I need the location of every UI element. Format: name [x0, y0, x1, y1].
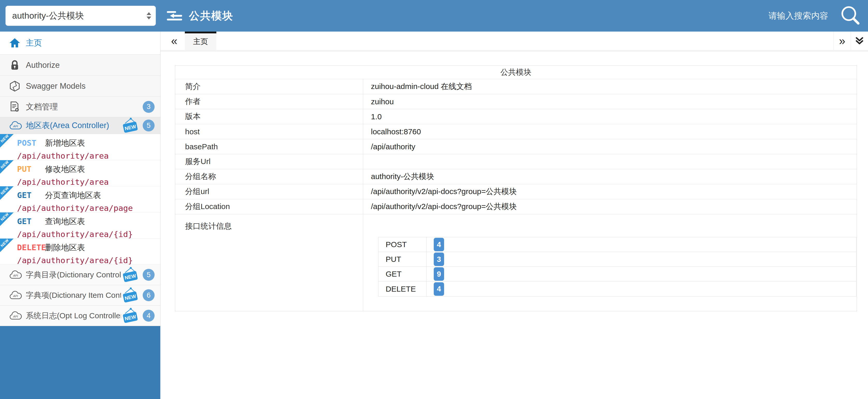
api-path: /api/authority/area [17, 177, 158, 187]
http-method: GET [17, 191, 45, 200]
sidebar-item-label: 主页 [26, 37, 155, 48]
api-name: 分页查询地区表 [45, 190, 101, 201]
stats-method: GET [378, 267, 427, 281]
sidebar-item-dictionary-controller[interactable]: API 字典目录(Dictionary Controller) NEW 5 [0, 265, 160, 285]
api-item[interactable]: NEW GET 分页查询地区表 /api/authority/area/page [0, 186, 160, 212]
sidebar-item-opt-log-controller[interactable]: API 系统日志(Opt Log Controller) NEW 4 [0, 306, 160, 326]
sidebar-item-label: Swagger Models [26, 82, 155, 91]
api-cloud-icon: API [9, 120, 26, 131]
row-label: 简介 [175, 79, 363, 94]
home-icon [9, 37, 26, 49]
row-label: 分组Location [175, 199, 363, 214]
sidebar-item-area-controller[interactable]: API 地区表(Area Controller) NEW 5 [0, 117, 160, 134]
stats-method: POST [378, 237, 427, 252]
row-label: basePath [175, 139, 363, 154]
stats-row: PUT 3 [378, 252, 856, 267]
sidebar-item-label: Authorize [26, 61, 155, 70]
double-chevron-down-icon [855, 36, 864, 46]
api-item[interactable]: NEW DELETE 删除地区表 /api/authority/area/{id… [0, 238, 160, 265]
sidebar-item-label: 地区表(Area Controller) [26, 120, 121, 131]
svg-text:API: API [13, 294, 18, 297]
table-row: 分组url /api/authority/v2/api-docs?group=公… [175, 184, 857, 199]
new-ribbon-icon: NEW [0, 134, 13, 147]
stats-method: PUT [378, 252, 427, 266]
row-value: zuihou-admin-cloud 在线文档 [363, 81, 857, 92]
svg-text:API: API [13, 315, 18, 318]
row-value: /api/authority/v2/api-docs?group=公共模块 [363, 201, 857, 212]
http-method: POST [17, 138, 45, 147]
api-item[interactable]: NEW GET 查询地区表 /api/authority/area/{id} [0, 212, 160, 238]
api-name: 修改地区表 [45, 164, 85, 175]
count-badge: 5 [143, 119, 155, 132]
api-cloud-icon: API [9, 310, 26, 321]
module-info-table: 公共模块 简介 zuihou-admin-cloud 在线文档 作者 zuiho… [175, 65, 857, 311]
tab-bar: « 主页 » [160, 32, 868, 52]
row-label: host [175, 124, 363, 139]
stats-count-badge: 9 [434, 267, 444, 281]
api-item[interactable]: NEW POST 新增地区表 /api/authority/area [0, 134, 160, 160]
sidebar-item-label: 文档管理 [26, 102, 143, 112]
api-name: 删除地区表 [45, 242, 85, 253]
new-sign-icon: NEW [121, 117, 140, 134]
api-path: /api/authority/area/page [17, 203, 158, 213]
doc-settings-icon [9, 101, 26, 113]
tab-scroll-right-button[interactable]: » [833, 32, 851, 50]
http-method: DELETE [17, 243, 45, 252]
group-select[interactable]: authority-公共模块 [5, 6, 156, 26]
api-path: /api/authority/area [17, 151, 158, 161]
page-title: 公共模块 [189, 9, 234, 23]
sidebar-item-label: 字典目录(Dictionary Controller) [26, 269, 121, 280]
api-path: /api/authority/area/{id} [17, 256, 158, 265]
tab-home[interactable]: 主页 [185, 32, 216, 50]
new-ribbon-icon: NEW [0, 212, 13, 226]
sidebar-item-label: 系统日志(Opt Log Controller) [26, 311, 121, 321]
stats-row: DELETE 4 [378, 282, 856, 296]
api-name: 新增地区表 [45, 138, 85, 148]
sidebar-item-label: 字典项(Dictionary Item Controller) [26, 290, 121, 301]
stats-method: DELETE [378, 282, 427, 296]
tab-list-dropdown-button[interactable] [851, 32, 868, 50]
sidebar-item-swagger-models[interactable]: Swagger Models [0, 76, 160, 96]
sidebar-item-home[interactable]: 主页 [0, 32, 160, 55]
new-ribbon-icon: NEW [0, 186, 13, 200]
new-sign-icon: NEW [121, 287, 140, 304]
table-row: 简介 zuihou-admin-cloud 在线文档 [175, 79, 857, 94]
row-label: 作者 [175, 94, 363, 109]
row-label: 接口统计信息 [175, 214, 363, 311]
sidebar-item-authorize[interactable]: Authorize [0, 55, 160, 76]
api-item[interactable]: NEW PUT 修改地区表 /api/authority/area [0, 160, 160, 186]
sidebar-item-dictionary-item-controller[interactable]: API 字典项(Dictionary Item Controller) NEW … [0, 285, 160, 306]
new-ribbon-icon: NEW [0, 238, 13, 252]
table-row: 服务Url [175, 154, 857, 169]
search-input[interactable]: 请输入搜索内容 [769, 10, 828, 22]
sidebar-item-doc-manage[interactable]: 文档管理 3 [0, 96, 160, 117]
swagger-doc-app: authority-公共模块 公共模块 请输入搜索内容 [0, 0, 868, 399]
api-name: 查询地区表 [45, 216, 85, 227]
search-icon[interactable] [840, 5, 861, 27]
row-value: POST 4 PUT 3 GET 9 [363, 214, 857, 311]
new-sign-icon: NEW [121, 266, 140, 283]
count-badge: 3 [143, 101, 155, 113]
new-sign-icon: NEW [121, 307, 140, 324]
select-spinner-icon [147, 12, 151, 20]
stats-count-badge: 3 [434, 253, 444, 266]
row-value: /api/authority/v2/api-docs?group=公共模块 [363, 186, 857, 197]
table-row-stats: 接口统计信息 POST 4 PUT 3 [175, 214, 857, 311]
row-label: 分组url [175, 184, 363, 199]
row-value: 1.0 [363, 112, 857, 121]
table-row: 版本 1.0 [175, 109, 857, 124]
row-label: 服务Url [175, 154, 363, 169]
count-badge: 4 [143, 310, 155, 322]
group-select-value: authority-公共模块 [12, 10, 84, 22]
new-ribbon-icon: NEW [0, 160, 13, 174]
tab-scroll-left-button[interactable]: « [166, 32, 182, 50]
main-area: « 主页 » 公共模块 简介 zuihou-admin-cloud 在线文档 [160, 32, 868, 399]
menu-fold-icon[interactable] [167, 9, 183, 22]
table-row: 作者 zuihou [175, 94, 857, 109]
table-row: host localhost:8760 [175, 124, 857, 139]
sidebar: 主页 Authorize [0, 32, 160, 399]
row-label: 分组名称 [175, 169, 363, 184]
count-badge: 5 [143, 269, 155, 281]
http-method: PUT [17, 164, 45, 174]
page-content: 公共模块 简介 zuihou-admin-cloud 在线文档 作者 zuiho… [160, 52, 868, 399]
